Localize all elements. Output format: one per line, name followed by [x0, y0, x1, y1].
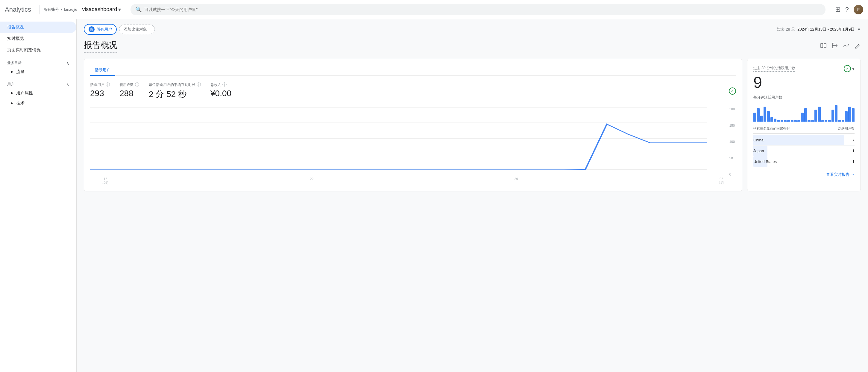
avatar[interactable]: F [854, 5, 863, 15]
mini-bar-item [794, 120, 797, 122]
mini-bar-item [753, 113, 756, 122]
mini-bar-item [791, 120, 794, 122]
mini-bar-item [767, 111, 770, 122]
mini-bar-item [760, 116, 763, 122]
chart-x-labels: 15 12月 22 29 05 1月 [102, 177, 724, 185]
revenue-help-icon[interactable]: ⓘ [222, 82, 226, 87]
x-label-05: 05 1月 [719, 177, 724, 185]
y-label-200: 200 [730, 107, 735, 111]
country-name: United States [753, 159, 777, 164]
sidebar-section-users-expand[interactable]: ∧ [66, 82, 69, 87]
metric-new-users-label: 新用户数 ⓘ [119, 82, 139, 87]
metric-new-users-value: 288 [119, 89, 139, 98]
country-table-header: 指标排名靠前的国家/地区 活跃用户数 [753, 126, 855, 134]
breadcrumb: 所有账号 › fanzejie [43, 7, 77, 12]
sidebar-item-traffic[interactable]: 流量 [0, 67, 76, 77]
realtime-footer: 查看实时报告 → [753, 172, 855, 177]
sidebar-item-traffic-label: 流量 [16, 69, 25, 75]
country-row: China7 [753, 135, 855, 146]
mini-bar-item [818, 107, 820, 122]
realtime-check-dropdown: ✓ ▾ [844, 65, 855, 72]
realtime-check-icon: ✓ [844, 65, 851, 72]
segment-icon: 所 [89, 26, 95, 32]
country-value: 7 [852, 138, 855, 142]
realtime-dropdown-arrow[interactable]: ▾ [852, 66, 855, 71]
property-selector[interactable]: visadashboard ▾ [82, 6, 121, 13]
mini-bar-item [777, 120, 780, 122]
sidebar-item-realtime-pages[interactable]: 页面实时浏览情况 [0, 44, 76, 56]
mini-bar-item [845, 111, 848, 122]
property-dropdown-arrow: ▾ [118, 6, 121, 13]
sidebar-item-realtime-overview[interactable]: 实时概览 [0, 33, 76, 44]
mini-bar-item [835, 105, 837, 122]
realtime-title: 过去 30 分钟的活跃用户数 [753, 65, 795, 71]
edit-icon[interactable] [854, 42, 861, 50]
metric-active-users-label: 活跃用户 ⓘ [90, 82, 110, 87]
mini-bar-item [797, 120, 800, 122]
x-label-22: 22 [310, 177, 313, 185]
active-users-help-icon[interactable]: ⓘ [106, 82, 110, 87]
sidebar-section-business-label: 业务目标 [7, 60, 22, 65]
metric-avg-engagement: 每位活跃用户的平均互动时长 ⓘ 2 分 52 秒 [149, 82, 201, 100]
sidebar-item-realtime-pages-label: 页面实时浏览情况 [7, 47, 41, 53]
chart-y-labels: 200 150 100 50 0 [730, 107, 736, 176]
realtime-value: 9 [753, 74, 855, 91]
mini-bar-item [801, 113, 804, 122]
trend-icon[interactable] [843, 42, 849, 50]
help-icon[interactable]: ? [845, 6, 849, 13]
date-range-dropdown-arrow: ▼ [857, 27, 861, 32]
view-realtime-report-link[interactable]: 查看实时报告 → [753, 172, 855, 177]
share-icon[interactable] [832, 42, 838, 50]
mini-bar-item [838, 120, 841, 122]
segment-all-users[interactable]: 所 所有用户 [84, 24, 117, 35]
metric-avg-engagement-value: 2 分 52 秒 [149, 89, 201, 100]
sidebar-item-user-attributes[interactable]: 用户属性 [0, 88, 76, 98]
technology-dot-icon [11, 103, 12, 104]
sidebar-item-technology[interactable]: 技术 [0, 98, 76, 108]
sidebar-item-report-overview[interactable]: 报告概况 [0, 22, 76, 33]
search-input[interactable] [144, 7, 820, 12]
sidebar-item-user-attributes-label: 用户属性 [16, 90, 33, 96]
breadcrumb-chevron: › [61, 7, 62, 12]
metric-revenue: 总收入 ⓘ ¥0.00 [210, 82, 231, 98]
realtime-header: 过去 30 分钟的活跃用户数 ✓ ▾ [753, 65, 855, 72]
search-bar[interactable]: 🔍 [130, 4, 825, 15]
tab-active-users[interactable]: 活跃用户 [90, 65, 115, 76]
mini-bar-item [804, 108, 807, 122]
new-users-help-icon[interactable]: ⓘ [135, 82, 139, 87]
mini-bar-item [781, 120, 783, 122]
y-label-50: 50 [730, 156, 735, 160]
sidebar-section-users: 用户 ∧ [0, 77, 76, 88]
users-header-label: 活跃用户数 [838, 126, 855, 131]
add-compare-button[interactable]: 添加比较对象 + [119, 25, 155, 34]
date-range-dates: 2024年12月13日 - 2025年1月9日 [797, 27, 855, 32]
x-label-29: 29 [515, 177, 518, 185]
cards-row: 活跃用户 活跃用户 ⓘ 293 新用户数 ⓘ [84, 59, 861, 191]
date-range-selector[interactable]: 过去 28 天 2024年12月13日 - 2025年1月9日 ▼ [777, 27, 861, 32]
y-label-150: 150 [730, 124, 735, 127]
chart-area: 200 150 100 50 0 15 12月 22 [90, 107, 736, 185]
metric-active-users-value: 293 [90, 89, 110, 98]
header-divider [39, 5, 40, 15]
sidebar-item-report-overview-label: 报告概况 [7, 25, 24, 30]
main-layout: 报告概况 实时概览 页面实时浏览情况 业务目标 ∧ 流量 用户 ∧ 用户属性 技… [0, 19, 868, 372]
mini-bar-item [764, 107, 766, 122]
metric-active-users: 活跃用户 ⓘ 293 [90, 82, 110, 98]
sidebar-section-business-expand[interactable]: ∧ [66, 61, 69, 65]
country-rows: China7Japan1United States1 [753, 135, 855, 167]
page-title-row: 报告概况 [84, 39, 861, 53]
mini-bar-item [825, 120, 827, 122]
metrics-row: 活跃用户 ⓘ 293 新用户数 ⓘ 288 每位 [90, 82, 736, 100]
apps-grid-icon[interactable]: ⊞ [835, 6, 840, 13]
mini-bar-item [842, 120, 844, 122]
avg-engagement-help-icon[interactable]: ⓘ [197, 82, 201, 87]
y-label-0: 0 [730, 173, 735, 176]
mini-bar-item [814, 110, 817, 122]
mini-bar-item [808, 120, 810, 122]
page-title: 报告概况 [84, 39, 117, 53]
property-name: visadashboard [82, 6, 117, 12]
mini-bar-item [784, 120, 786, 122]
user-attributes-dot-icon [11, 92, 12, 94]
columns-icon[interactable] [820, 42, 827, 50]
metric-revenue-value: ¥0.00 [210, 89, 231, 98]
